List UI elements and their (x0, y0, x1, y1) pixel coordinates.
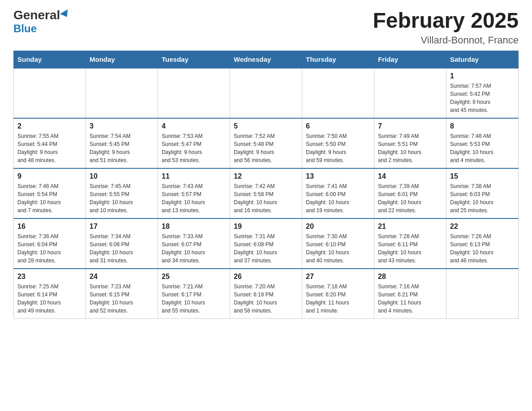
day-info: Sunrise: 7:49 AMSunset: 5:51 PMDaylight:… (378, 132, 442, 164)
day-info: Sunrise: 7:57 AMSunset: 5:42 PMDaylight:… (450, 82, 515, 114)
calendar-day-cell: 13Sunrise: 7:41 AMSunset: 6:00 PMDayligh… (302, 168, 374, 218)
day-of-week-header: Wednesday (230, 51, 302, 68)
day-number: 7 (378, 122, 442, 130)
day-number: 18 (162, 223, 226, 231)
day-info: Sunrise: 7:43 AMSunset: 5:57 PMDaylight:… (162, 182, 226, 214)
day-of-week-header: Monday (86, 51, 158, 68)
calendar-day-cell: 14Sunrise: 7:39 AMSunset: 6:01 PMDayligh… (374, 168, 446, 218)
calendar-day-cell: 1Sunrise: 7:57 AMSunset: 5:42 PMDaylight… (446, 68, 519, 118)
calendar-day-cell: 16Sunrise: 7:36 AMSunset: 6:04 PMDayligh… (14, 218, 86, 269)
day-info: Sunrise: 7:23 AMSunset: 6:15 PMDaylight:… (90, 283, 154, 315)
day-info: Sunrise: 7:21 AMSunset: 6:17 PMDaylight:… (162, 283, 226, 315)
day-info: Sunrise: 7:50 AMSunset: 5:50 PMDaylight:… (306, 132, 370, 164)
day-info: Sunrise: 7:31 AMSunset: 6:08 PMDaylight:… (234, 232, 298, 265)
calendar-day-cell: 9Sunrise: 7:46 AMSunset: 5:54 PMDaylight… (14, 168, 86, 218)
day-number: 15 (450, 172, 515, 180)
day-info: Sunrise: 7:55 AMSunset: 5:44 PMDaylight:… (17, 132, 82, 164)
day-info: Sunrise: 7:28 AMSunset: 6:11 PMDaylight:… (378, 232, 442, 265)
calendar-day-cell: 23Sunrise: 7:25 AMSunset: 6:14 PMDayligh… (14, 269, 86, 319)
day-number: 21 (378, 223, 442, 231)
day-info: Sunrise: 7:46 AMSunset: 5:54 PMDaylight:… (17, 182, 82, 214)
day-info: Sunrise: 7:30 AMSunset: 6:10 PMDaylight:… (306, 232, 370, 265)
calendar-day-cell: 6Sunrise: 7:50 AMSunset: 5:50 PMDaylight… (302, 118, 374, 168)
day-number: 24 (90, 273, 154, 281)
calendar-day-cell: 27Sunrise: 7:18 AMSunset: 6:20 PMDayligh… (302, 269, 374, 319)
day-number: 3 (90, 122, 154, 130)
calendar-day-cell (230, 68, 302, 118)
day-info: Sunrise: 7:16 AMSunset: 6:21 PMDaylight:… (378, 283, 442, 315)
day-number: 12 (234, 172, 298, 180)
calendar-day-cell: 25Sunrise: 7:21 AMSunset: 6:17 PMDayligh… (158, 269, 230, 319)
day-info: Sunrise: 7:25 AMSunset: 6:14 PMDaylight:… (17, 283, 82, 315)
day-number: 22 (450, 223, 515, 231)
calendar-day-cell: 17Sunrise: 7:34 AMSunset: 6:06 PMDayligh… (86, 218, 158, 269)
day-info: Sunrise: 7:39 AMSunset: 6:01 PMDaylight:… (378, 182, 442, 214)
calendar-day-cell: 20Sunrise: 7:30 AMSunset: 6:10 PMDayligh… (302, 218, 374, 269)
day-number: 26 (234, 273, 298, 281)
day-info: Sunrise: 7:41 AMSunset: 6:00 PMDaylight:… (306, 182, 370, 214)
day-number: 25 (162, 273, 226, 281)
title-area: February 2025 Villard-Bonnot, France (373, 9, 519, 46)
calendar-table: SundayMondayTuesdayWednesdayThursdayFrid… (13, 51, 519, 319)
calendar-day-cell: 26Sunrise: 7:20 AMSunset: 6:18 PMDayligh… (230, 269, 302, 319)
logo-arrow-icon (60, 9, 71, 19)
calendar-week-row: 2Sunrise: 7:55 AMSunset: 5:44 PMDaylight… (14, 118, 519, 168)
day-number: 27 (306, 273, 370, 281)
day-number: 2 (17, 122, 82, 130)
day-number: 13 (306, 172, 370, 180)
day-number: 11 (162, 172, 226, 180)
day-number: 28 (378, 273, 442, 281)
day-number: 9 (17, 172, 82, 180)
calendar-day-cell: 7Sunrise: 7:49 AMSunset: 5:51 PMDaylight… (374, 118, 446, 168)
day-number: 8 (450, 122, 515, 130)
calendar-day-cell: 28Sunrise: 7:16 AMSunset: 6:21 PMDayligh… (374, 269, 446, 319)
calendar-day-cell: 12Sunrise: 7:42 AMSunset: 5:58 PMDayligh… (230, 168, 302, 218)
calendar-day-cell: 8Sunrise: 7:48 AMSunset: 5:53 PMDaylight… (446, 118, 519, 168)
logo-area: General Blue (13, 9, 70, 35)
calendar-day-cell (374, 68, 446, 118)
day-info: Sunrise: 7:48 AMSunset: 5:53 PMDaylight:… (450, 132, 515, 164)
calendar-day-cell: 4Sunrise: 7:53 AMSunset: 5:47 PMDaylight… (158, 118, 230, 168)
day-of-week-header: Friday (374, 51, 446, 68)
day-info: Sunrise: 7:33 AMSunset: 6:07 PMDaylight:… (162, 232, 226, 265)
day-number: 10 (90, 172, 154, 180)
day-info: Sunrise: 7:42 AMSunset: 5:58 PMDaylight:… (234, 182, 298, 214)
day-number: 6 (306, 122, 370, 130)
calendar-day-cell: 5Sunrise: 7:52 AMSunset: 5:48 PMDaylight… (230, 118, 302, 168)
day-info: Sunrise: 7:54 AMSunset: 5:45 PMDaylight:… (90, 132, 154, 164)
day-info: Sunrise: 7:45 AMSunset: 5:55 PMDaylight:… (90, 182, 154, 214)
page-header: General Blue February 2025 Villard-Bonno… (13, 9, 519, 46)
day-of-week-header: Sunday (14, 51, 86, 68)
day-info: Sunrise: 7:38 AMSunset: 6:03 PMDaylight:… (450, 182, 515, 214)
calendar-day-cell (446, 269, 519, 319)
day-number: 5 (234, 122, 298, 130)
day-number: 16 (17, 223, 82, 231)
logo-blue: Blue (13, 22, 37, 35)
calendar-day-cell: 21Sunrise: 7:28 AMSunset: 6:11 PMDayligh… (374, 218, 446, 269)
calendar-day-cell (14, 68, 86, 118)
calendar-day-cell: 10Sunrise: 7:45 AMSunset: 5:55 PMDayligh… (86, 168, 158, 218)
calendar-header-row: SundayMondayTuesdayWednesdayThursdayFrid… (14, 51, 519, 68)
day-of-week-header: Tuesday (158, 51, 230, 68)
day-info: Sunrise: 7:52 AMSunset: 5:48 PMDaylight:… (234, 132, 298, 164)
day-number: 20 (306, 223, 370, 231)
day-info: Sunrise: 7:53 AMSunset: 5:47 PMDaylight:… (162, 132, 226, 164)
day-number: 17 (90, 223, 154, 231)
day-of-week-header: Thursday (302, 51, 374, 68)
day-of-week-header: Saturday (446, 51, 519, 68)
calendar-day-cell (158, 68, 230, 118)
calendar-day-cell: 24Sunrise: 7:23 AMSunset: 6:15 PMDayligh… (86, 269, 158, 319)
day-info: Sunrise: 7:26 AMSunset: 6:13 PMDaylight:… (450, 232, 515, 265)
day-number: 23 (17, 273, 82, 281)
logo-general: General (13, 9, 70, 21)
calendar-day-cell (302, 68, 374, 118)
location: Villard-Bonnot, France (373, 34, 519, 46)
day-info: Sunrise: 7:18 AMSunset: 6:20 PMDaylight:… (306, 283, 370, 315)
day-info: Sunrise: 7:36 AMSunset: 6:04 PMDaylight:… (17, 232, 82, 265)
day-info: Sunrise: 7:20 AMSunset: 6:18 PMDaylight:… (234, 283, 298, 315)
day-info: Sunrise: 7:34 AMSunset: 6:06 PMDaylight:… (90, 232, 154, 265)
calendar-week-row: 9Sunrise: 7:46 AMSunset: 5:54 PMDaylight… (14, 168, 519, 218)
calendar-day-cell: 15Sunrise: 7:38 AMSunset: 6:03 PMDayligh… (446, 168, 519, 218)
calendar-day-cell (86, 68, 158, 118)
day-number: 1 (450, 72, 515, 80)
